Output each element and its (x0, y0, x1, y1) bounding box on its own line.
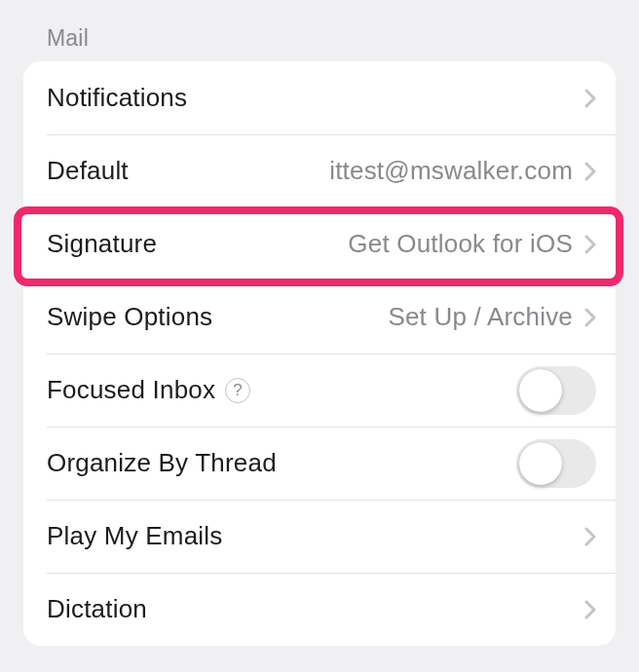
row-default[interactable]: Default ittest@mswalker.com (23, 134, 616, 207)
chevron-right-icon (584, 308, 596, 327)
chevron-right-icon (584, 527, 596, 546)
detail-default: ittest@mswalker.com (329, 156, 596, 186)
label-signature: Signature (47, 229, 157, 259)
toggle-organize-by-thread[interactable] (516, 439, 596, 488)
help-icon[interactable]: ? (225, 378, 250, 403)
detail-dictation (584, 600, 596, 619)
mail-settings-card: Notifications Default ittest@mswalker.co… (23, 61, 616, 646)
row-play-my-emails[interactable]: Play My Emails (23, 500, 616, 573)
label-organize-by-thread: Organize By Thread (47, 448, 277, 478)
value-default: ittest@mswalker.com (329, 156, 573, 186)
row-organize-by-thread: Organize By Thread (23, 427, 616, 500)
row-notifications[interactable]: Notifications (23, 61, 616, 134)
label-swipe-options: Swipe Options (47, 302, 212, 332)
detail-play-my-emails (584, 527, 596, 546)
label-notifications: Notifications (47, 83, 187, 113)
toggle-knob (519, 369, 562, 412)
chevron-right-icon (584, 89, 596, 108)
section-header-mail: Mail (0, 0, 639, 61)
label-focused-inbox: Focused Inbox ? (47, 375, 250, 405)
row-focused-inbox: Focused Inbox ? (23, 354, 616, 427)
label-focused-inbox-text: Focused Inbox (47, 375, 215, 405)
row-dictation[interactable]: Dictation (23, 573, 616, 646)
chevron-right-icon (584, 600, 596, 619)
value-signature: Get Outlook for iOS (348, 229, 573, 259)
toggle-knob (519, 442, 562, 485)
detail-swipe-options: Set Up / Archive (388, 302, 596, 332)
toggle-focused-inbox[interactable] (516, 366, 596, 415)
row-signature[interactable]: Signature Get Outlook for iOS (23, 207, 616, 280)
row-swipe-options[interactable]: Swipe Options Set Up / Archive (23, 280, 616, 354)
detail-notifications (584, 89, 596, 108)
label-default: Default (47, 156, 129, 186)
label-play-my-emails: Play My Emails (47, 521, 223, 551)
detail-signature: Get Outlook for iOS (348, 229, 596, 259)
chevron-right-icon (584, 162, 596, 181)
chevron-right-icon (584, 235, 596, 254)
label-dictation: Dictation (47, 594, 147, 624)
value-swipe-options: Set Up / Archive (388, 302, 573, 332)
